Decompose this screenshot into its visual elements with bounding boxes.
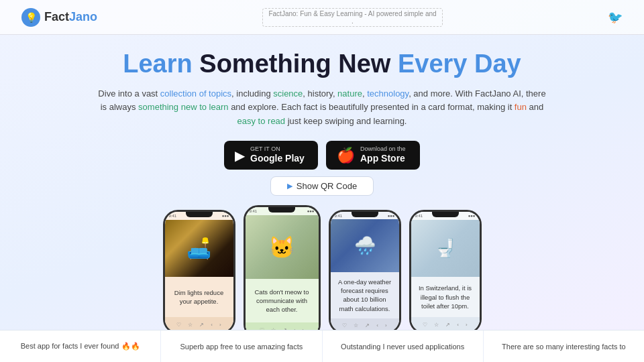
logo-fact: Fact: [44, 10, 69, 23]
qr-code-toggle[interactable]: ▶ Show QR Code: [270, 176, 374, 196]
phone-notch-4: [432, 212, 459, 217]
twitter-icon: 🐦: [608, 11, 623, 24]
phone-notch-3: [352, 212, 378, 217]
phone-image-3: 🌧️: [331, 219, 399, 272]
qr-label: Show QR Code: [297, 181, 357, 191]
phone-fact-2: Cats don't meow to communicate with each…: [246, 279, 319, 322]
apple-icon: 🍎: [337, 148, 355, 163]
logo-icon: 💡: [21, 8, 40, 27]
phone-fact-3: A one-day weather forecast requires abou…: [331, 272, 399, 318]
phone-mockup-2: 9:41●●● 🐱 Cats don't meow to communicate…: [244, 205, 321, 339]
headline-learn: Learn: [123, 50, 192, 78]
review-item-4: There are so many interesting facts to: [484, 330, 644, 362]
phone-mockup-1: 9:41●●● 🛋️ Dim lights reduce your appeti…: [163, 210, 235, 334]
phone-fact-1: Dim lights reduce your appetite.: [165, 277, 233, 317]
google-play-button[interactable]: ▶ GET IT ON Google Play: [224, 141, 318, 170]
phone-mockup-4: 9:41●●● 🚽 In Switzerland, it is illegal …: [409, 210, 482, 334]
phone-mockup-3: 9:41●●● 🌧️ A one-day weather forecast re…: [329, 210, 401, 334]
phone-screen-4: 9:41●●● 🚽 In Switzerland, it is illegal …: [411, 212, 480, 332]
header-image-placeholder: FactJano: Fun & Easy Learning - AI power…: [262, 8, 442, 27]
headline-every: Every: [398, 50, 468, 78]
headline-new: New: [338, 50, 390, 78]
store-buttons-container: ▶ GET IT ON Google Play 🍎 Download on th…: [224, 141, 420, 170]
twitter-link[interactable]: 🐦: [608, 10, 623, 25]
phones-row: 9:41●●● 🛋️ Dim lights reduce your appeti…: [40, 205, 604, 339]
logo-text: FactJano: [44, 10, 97, 24]
app-store-name: App Store: [360, 152, 405, 164]
phone-image-2: 🐱: [246, 215, 319, 279]
headline-something2: Something: [199, 50, 331, 78]
headline-day: Day: [474, 50, 521, 78]
logo[interactable]: 💡 FactJano: [21, 8, 97, 27]
phone-notch-1: [186, 212, 213, 217]
google-play-name: Google Play: [250, 152, 305, 164]
qr-arrow-icon: ▶: [287, 182, 292, 190]
phone-fact-4: In Switzerland, it is illegal to flush t…: [411, 277, 480, 317]
review-item-2: Superb app free to use amazing facts: [161, 330, 322, 362]
google-play-icon: ▶: [235, 149, 245, 162]
phone-image-4: 🚽: [411, 220, 480, 277]
phone-screen-2: 9:41●●● 🐱 Cats don't meow to communicate…: [246, 207, 319, 337]
review-item-3: Outstanding I never used applications: [323, 330, 484, 362]
hero-headline: Learn Something New Every Day: [123, 50, 521, 79]
app-store-small: Download on the: [360, 146, 406, 152]
phone-image-1: 🛋️: [165, 220, 233, 277]
reviews-bar: Best app for facts I ever found 🔥🔥 Super…: [0, 330, 644, 362]
hero-description: Dive into a vast collection of topics, i…: [94, 87, 550, 129]
review-item-1: Best app for facts I ever found 🔥🔥: [0, 330, 161, 362]
google-play-small: GET IT ON: [250, 146, 280, 152]
logo-jano: Jano: [69, 10, 97, 23]
phone-notch-2: [268, 207, 295, 213]
phone-screen-1: 9:41●●● 🛋️ Dim lights reduce your appeti…: [165, 212, 233, 332]
phone-screen-3: 9:41●●● 🌧️ A one-day weather forecast re…: [331, 212, 399, 332]
app-store-button[interactable]: 🍎 Download on the App Store: [326, 141, 420, 170]
